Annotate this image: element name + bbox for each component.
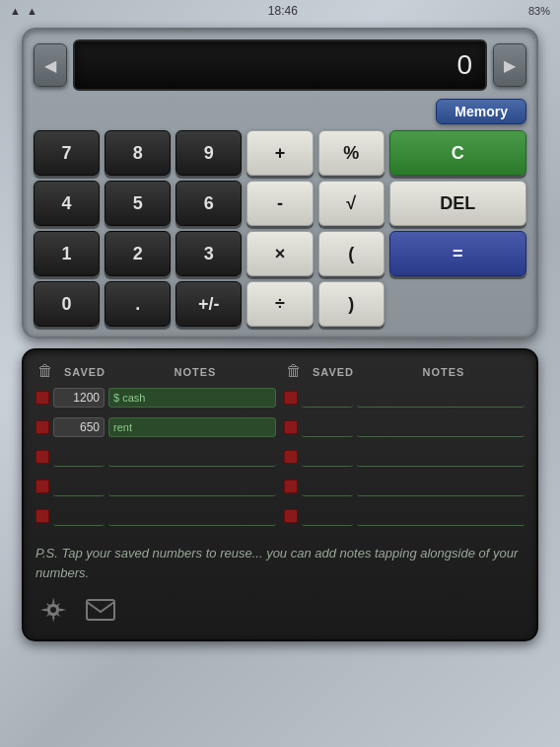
btn-7[interactable]: 7: [34, 130, 100, 176]
checkbox-right-5[interactable]: [284, 509, 298, 523]
button-grid: 7 8 9 + % C 4 5 6 - √ DEL 1 2 3 × ( = 0 …: [34, 130, 526, 327]
btn-divide[interactable]: ÷: [246, 281, 313, 327]
trash-icon-left[interactable]: 🗑: [37, 362, 53, 379]
checkbox-right-2[interactable]: [284, 420, 298, 434]
mail-icon[interactable]: [83, 592, 118, 628]
notes-label-right: NOTES: [423, 366, 465, 378]
btn-0[interactable]: 0: [34, 281, 100, 327]
saved-label-left: SAVED: [64, 366, 105, 378]
notepad-left-row-4: [35, 475, 276, 498]
svg-rect-2: [87, 600, 114, 620]
btn-6[interactable]: 6: [175, 181, 242, 226]
notepad-right-row-5: [284, 504, 525, 528]
wifi-icon: ▲: [10, 5, 21, 17]
btn-9[interactable]: 9: [175, 130, 242, 176]
notepad-left-row-2: 650 rent: [35, 415, 276, 439]
checkbox-left-3[interactable]: [35, 450, 49, 464]
btn-percent[interactable]: %: [318, 130, 385, 176]
calculator-panel: ◀ 0 ▶ Memory 7 8 9 + % C 4 5 6 - √ DEL 1…: [22, 28, 538, 338]
memory-button[interactable]: Memory: [436, 99, 526, 124]
saved-value-right-5[interactable]: [302, 506, 353, 526]
saved-label-right: SAVED: [313, 366, 354, 378]
notes-field-right-2[interactable]: [357, 417, 525, 437]
notepad-left-row-5: [35, 504, 276, 528]
notepad-right-row-3: [284, 445, 525, 469]
saved-value-left-1[interactable]: 1200: [53, 388, 105, 408]
notes-field-left-1[interactable]: $ cash: [108, 388, 276, 408]
btn-multiply[interactable]: ×: [246, 231, 313, 276]
saved-value-right-3[interactable]: [302, 447, 353, 467]
btn-3[interactable]: 3: [175, 231, 242, 276]
checkbox-left-4[interactable]: [35, 480, 49, 493]
status-bar: ▲ ▲ 18:46 83%: [0, 0, 560, 22]
btn-4[interactable]: 4: [34, 181, 100, 226]
saved-value-right-4[interactable]: [302, 477, 353, 496]
notes-field-right-1[interactable]: [357, 388, 525, 408]
status-time: 18:46: [268, 4, 298, 18]
signal-icon: ▲: [27, 5, 37, 17]
notepad-panel: 🗑 SAVED NOTES 1200 $ cash 650 rent: [22, 348, 538, 641]
notes-label-left: NOTES: [175, 366, 217, 378]
notes-field-right-4[interactable]: [357, 477, 525, 496]
saved-value-left-2[interactable]: 650: [53, 417, 105, 437]
checkbox-left-1[interactable]: [35, 391, 49, 405]
notepad-left-row-3: [35, 445, 276, 469]
checkbox-left-5[interactable]: [35, 509, 49, 523]
btn-plus[interactable]: +: [246, 130, 313, 176]
notepad-right-row-2: [284, 415, 525, 439]
btn-1[interactable]: 1: [34, 231, 100, 276]
btn-sqrt[interactable]: √: [318, 181, 385, 226]
btn-dot[interactable]: .: [105, 281, 171, 327]
btn-clear[interactable]: C: [389, 130, 526, 176]
bottom-icons: [35, 592, 525, 628]
checkbox-right-3[interactable]: [284, 450, 298, 464]
nav-left-button[interactable]: ◀: [34, 43, 67, 87]
notepad-columns: 🗑 SAVED NOTES 1200 $ cash 650 rent: [35, 362, 525, 534]
status-battery: 83%: [528, 5, 550, 17]
checkbox-left-2[interactable]: [35, 420, 49, 434]
saved-value-right-1[interactable]: [302, 388, 353, 408]
saved-value-left-3[interactable]: [53, 447, 105, 467]
checkbox-right-1[interactable]: [284, 391, 298, 405]
btn-del[interactable]: DEL: [389, 181, 526, 226]
calculator-display: 0: [73, 39, 487, 91]
notepad-right-col: 🗑 SAVED NOTES: [284, 362, 525, 534]
btn-equals[interactable]: =: [389, 231, 526, 276]
checkbox-right-4[interactable]: [284, 480, 298, 493]
saved-value-left-5[interactable]: [53, 506, 105, 526]
notepad-left-col: 🗑 SAVED NOTES 1200 $ cash 650 rent: [35, 362, 276, 534]
notes-field-left-4[interactable]: [108, 477, 276, 496]
btn-close-paren[interactable]: ): [318, 281, 385, 327]
notes-field-right-3[interactable]: [357, 447, 525, 467]
btn-open-paren[interactable]: (: [318, 231, 385, 276]
btn-posneg[interactable]: +/-: [175, 281, 242, 327]
memory-row: Memory: [34, 99, 526, 124]
notepad-left-row-1: 1200 $ cash: [35, 386, 276, 410]
notes-field-left-3[interactable]: [108, 447, 276, 467]
display-row: ◀ 0 ▶: [34, 39, 526, 91]
btn-minus[interactable]: -: [246, 181, 313, 226]
status-left: ▲ ▲: [10, 5, 37, 17]
settings-icon[interactable]: [35, 592, 71, 628]
notepad-right-row-4: [284, 475, 525, 498]
btn-8[interactable]: 8: [105, 130, 171, 176]
saved-value-left-4[interactable]: [53, 477, 105, 496]
notepad-right-row-1: [284, 386, 525, 410]
ps-text: P.S. Tap your saved numbers to reuse... …: [35, 544, 525, 582]
btn-2[interactable]: 2: [105, 231, 171, 276]
notes-field-left-2[interactable]: rent: [108, 417, 276, 437]
notes-field-left-5[interactable]: [108, 506, 276, 526]
saved-value-right-2[interactable]: [302, 417, 353, 437]
notes-field-right-5[interactable]: [357, 506, 525, 526]
trash-icon-right[interactable]: 🗑: [286, 362, 302, 379]
btn-5[interactable]: 5: [105, 181, 171, 226]
nav-right-button[interactable]: ▶: [493, 43, 526, 87]
